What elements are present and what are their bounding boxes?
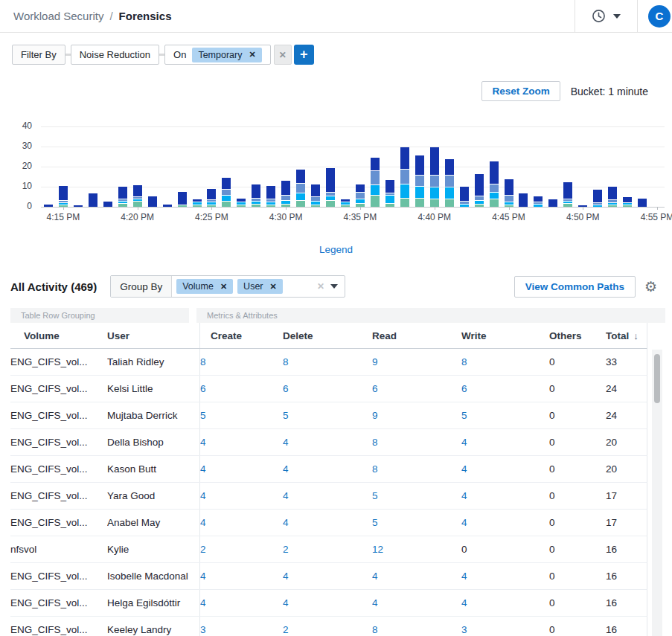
read-count-link[interactable]: 12: [372, 544, 383, 555]
chart-bar[interactable]: [608, 187, 617, 207]
close-icon[interactable]: ✕: [220, 282, 227, 292]
chart-bar[interactable]: [548, 199, 557, 207]
delete-count-link[interactable]: 2: [283, 544, 289, 555]
create-count-link[interactable]: 8: [200, 356, 206, 367]
chart-bar[interactable]: [222, 178, 231, 207]
close-icon[interactable]: ✕: [270, 282, 277, 292]
write-count-link[interactable]: 6: [461, 383, 467, 394]
chart-bar[interactable]: [385, 180, 394, 207]
filter-clear-button[interactable]: ✕: [274, 45, 292, 65]
chart-bar[interactable]: [281, 181, 290, 207]
read-count-link[interactable]: 8: [372, 463, 378, 475]
chart-bar[interactable]: [207, 189, 216, 207]
chart-bar[interactable]: [563, 182, 572, 207]
column-header-create[interactable]: Create: [199, 323, 283, 348]
chevron-down-icon[interactable]: [330, 284, 338, 289]
read-count-link[interactable]: 5: [372, 490, 378, 501]
delete-count-link[interactable]: 4: [283, 517, 289, 528]
time-range-button[interactable]: [575, 0, 637, 32]
group-by-chip-user[interactable]: User✕: [237, 279, 283, 294]
filter-field-noise-reduction[interactable]: Noise Reduction: [71, 45, 159, 65]
read-count-link[interactable]: 8: [372, 437, 378, 448]
create-count-link[interactable]: 4: [200, 571, 206, 582]
chart-bar[interactable]: [59, 186, 68, 207]
write-count-link[interactable]: 4: [461, 597, 467, 608]
chart-bar[interactable]: [118, 187, 127, 207]
write-count-link[interactable]: 4: [461, 571, 467, 582]
create-count-link[interactable]: 4: [200, 597, 206, 608]
close-icon[interactable]: ✕: [249, 50, 255, 60]
chart-bar[interactable]: [296, 170, 305, 207]
read-count-link[interactable]: 9: [372, 410, 378, 421]
filter-by-button[interactable]: Filter By: [12, 45, 65, 65]
delete-count-link[interactable]: 8: [283, 356, 289, 367]
delete-count-link[interactable]: 4: [283, 490, 289, 501]
table-scrollbar[interactable]: [652, 350, 662, 636]
create-count-link[interactable]: 5: [200, 410, 206, 421]
delete-count-link[interactable]: 2: [283, 624, 289, 635]
chart-bar[interactable]: [445, 159, 454, 207]
chart-bar[interactable]: [148, 196, 157, 207]
create-count-link[interactable]: 4: [200, 490, 206, 501]
column-header-read[interactable]: Read: [372, 323, 461, 348]
read-count-link[interactable]: 4: [372, 597, 378, 608]
chart-bar[interactable]: [356, 184, 365, 207]
delete-count-link[interactable]: 4: [283, 597, 289, 608]
reset-zoom-button[interactable]: Reset Zoom: [481, 81, 560, 101]
breadcrumb-parent[interactable]: Workload Security: [13, 10, 103, 22]
chart-bar[interactable]: [252, 184, 260, 207]
write-count-link[interactable]: 3: [461, 624, 467, 635]
chart-bar[interactable]: [519, 193, 528, 207]
gear-icon[interactable]: ⚙: [644, 280, 657, 294]
filter-value-box[interactable]: On Temporary ✕: [164, 45, 271, 65]
column-header-volume[interactable]: Volume: [10, 323, 107, 348]
read-count-link[interactable]: 8: [372, 624, 378, 635]
chart-bar[interactable]: [460, 187, 469, 207]
scrollbar-thumb[interactable]: [654, 354, 660, 403]
group-by-chip-volume[interactable]: Volume✕: [176, 279, 233, 294]
chart-bar[interactable]: [178, 192, 187, 207]
chart-bar[interactable]: [193, 199, 202, 207]
delete-count-link[interactable]: 6: [283, 383, 289, 394]
avatar[interactable]: C: [648, 5, 671, 28]
read-count-link[interactable]: 6: [372, 383, 378, 394]
chart-bar[interactable]: [475, 174, 484, 207]
filter-chip-temporary[interactable]: Temporary ✕: [192, 48, 261, 62]
delete-count-link[interactable]: 5: [283, 410, 289, 421]
legend-toggle-link[interactable]: Legend: [319, 244, 353, 255]
create-count-link[interactable]: 4: [200, 463, 206, 475]
delete-count-link[interactable]: 4: [283, 463, 289, 475]
read-count-link[interactable]: 4: [372, 571, 378, 582]
create-count-link[interactable]: 4: [200, 517, 206, 528]
chart-bar[interactable]: [505, 179, 513, 207]
chart-bar[interactable]: [490, 161, 499, 207]
chart-bar[interactable]: [400, 147, 409, 207]
write-count-link[interactable]: 4: [461, 517, 467, 528]
create-count-link[interactable]: 2: [200, 544, 206, 555]
column-header-others[interactable]: Others: [549, 323, 606, 348]
create-count-link[interactable]: 4: [200, 437, 206, 448]
chart-bar[interactable]: [593, 190, 602, 207]
clear-group-by-icon[interactable]: ✕: [317, 281, 324, 292]
create-count-link[interactable]: 3: [200, 624, 206, 635]
write-count-link[interactable]: 4: [461, 490, 467, 501]
view-common-paths-button[interactable]: View Common Paths: [514, 276, 636, 298]
write-count-link[interactable]: 8: [461, 356, 467, 367]
delete-count-link[interactable]: 4: [283, 437, 289, 448]
chart-bar[interactable]: [371, 158, 380, 207]
chart-bar[interactable]: [341, 199, 350, 207]
column-header-total[interactable]: Total↓: [606, 323, 647, 348]
chart-bar[interactable]: [133, 185, 142, 207]
chart-bar[interactable]: [266, 186, 275, 207]
chart-bar[interactable]: [237, 199, 246, 207]
chart-bar[interactable]: [430, 147, 439, 207]
column-header-delete[interactable]: Delete: [283, 323, 372, 348]
chart-bar[interactable]: [103, 202, 112, 207]
write-count-link[interactable]: 4: [461, 463, 467, 475]
chart-bar[interactable]: [534, 196, 543, 207]
write-count-link[interactable]: 5: [461, 410, 467, 421]
write-count-link[interactable]: 4: [461, 437, 467, 448]
chart-bar[interactable]: [415, 155, 424, 207]
chart-bar[interactable]: [311, 184, 320, 207]
delete-count-link[interactable]: 4: [283, 571, 289, 582]
